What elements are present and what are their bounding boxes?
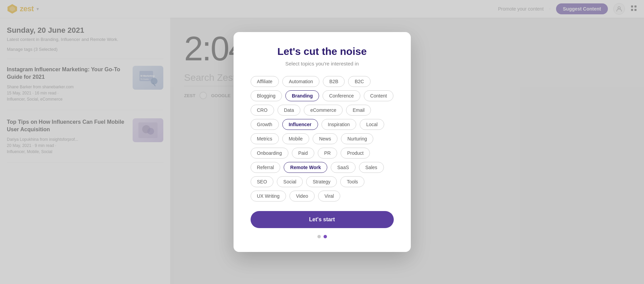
topic-chip[interactable]: Local: [360, 119, 384, 130]
pagination-dot[interactable]: [324, 235, 327, 238]
topic-chip[interactable]: Automation: [282, 76, 319, 87]
topic-chip[interactable]: Blogging: [251, 90, 282, 101]
topics-grid: AffiliateAutomationB2BB2CBloggingBrandin…: [251, 76, 394, 201]
topic-chip[interactable]: SaaS: [331, 162, 355, 173]
modal-overlay[interactable]: Let's cut the noise Select topics you're…: [0, 0, 644, 284]
pagination-dots: [251, 235, 394, 238]
topic-chip[interactable]: eCommerce: [304, 105, 343, 116]
topic-chip[interactable]: Tools: [340, 176, 364, 187]
topic-chip[interactable]: Data: [278, 105, 301, 116]
topic-chip[interactable]: B2B: [323, 76, 345, 87]
topic-chip[interactable]: Conference: [323, 90, 360, 101]
topic-chip[interactable]: Email: [346, 105, 371, 116]
topic-selection-modal: Let's cut the noise Select topics you're…: [234, 32, 411, 252]
modal-subtitle: Select topics you're interested in: [251, 61, 394, 66]
topic-chip[interactable]: News: [313, 133, 338, 144]
topic-chip[interactable]: Social: [277, 176, 303, 187]
topic-chip[interactable]: Onboarding: [251, 148, 288, 159]
topic-chip[interactable]: Paid: [292, 148, 314, 159]
topic-chip[interactable]: Product: [341, 148, 370, 159]
topic-chip[interactable]: Growth: [251, 119, 279, 130]
modal-title: Let's cut the noise: [251, 46, 394, 57]
topic-chip[interactable]: Branding: [285, 90, 319, 101]
topic-chip[interactable]: B2C: [348, 76, 370, 87]
topic-chip[interactable]: Sales: [359, 162, 384, 173]
topic-chip[interactable]: UX Writing: [251, 191, 286, 201]
topic-chip[interactable]: CRO: [251, 105, 274, 116]
topic-chip[interactable]: Content: [364, 90, 393, 101]
topic-chip[interactable]: Inspiration: [321, 119, 357, 130]
topic-chip[interactable]: Strategy: [306, 176, 337, 187]
topic-chip[interactable]: Referral: [251, 162, 281, 173]
topic-chip[interactable]: Nurturing: [341, 133, 374, 144]
topic-chip[interactable]: Remote Work: [284, 162, 327, 173]
topic-chip[interactable]: Mobile: [282, 133, 309, 144]
topic-chip[interactable]: Video: [289, 191, 315, 201]
topic-chip[interactable]: Affiliate: [251, 76, 279, 87]
topic-chip[interactable]: Metrics: [251, 133, 279, 144]
pagination-dot[interactable]: [317, 235, 321, 238]
topic-chip[interactable]: PR: [318, 148, 337, 159]
topic-chip[interactable]: Influencer: [282, 119, 318, 130]
lets-start-button[interactable]: Let's start: [251, 211, 394, 228]
topic-chip[interactable]: SEO: [251, 176, 274, 187]
topic-chip[interactable]: Viral: [318, 191, 341, 201]
